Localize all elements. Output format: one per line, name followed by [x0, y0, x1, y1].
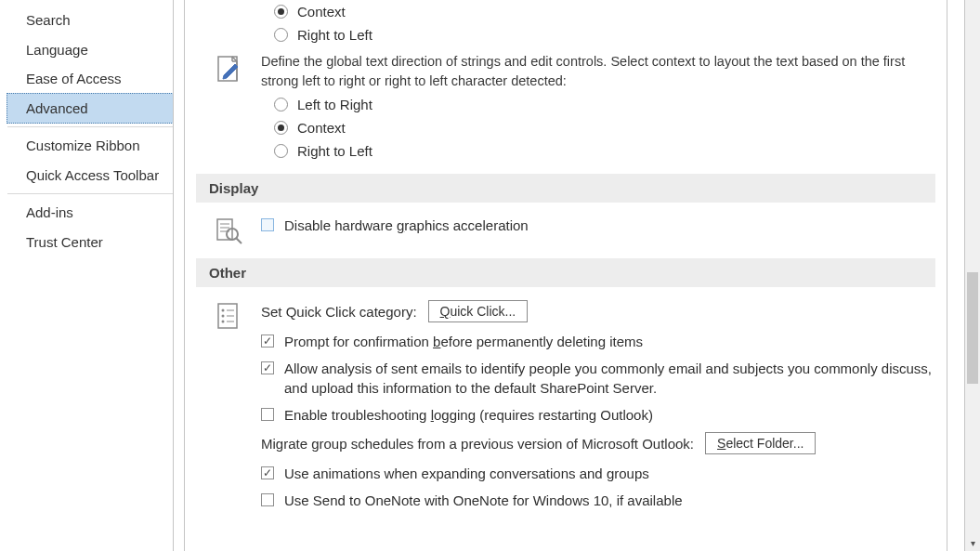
checkbox-icon [261, 493, 274, 506]
scrollbar-track[interactable] [965, 0, 980, 534]
section-header-other: Other [196, 258, 935, 287]
svg-point-10 [222, 309, 225, 312]
sidebar-item-language[interactable]: Language [7, 35, 173, 65]
radio-icon [274, 5, 288, 19]
checkbox-use-animations[interactable]: Use animations when expanding conversati… [261, 460, 935, 487]
checkbox-use-send-to-onenote[interactable]: Use Send to OneNote with OneNote for Win… [261, 487, 935, 514]
scrollbar-thumb[interactable] [967, 272, 978, 384]
radio-icon [274, 28, 288, 42]
radio-label: Right to Left [297, 27, 372, 43]
radio-option-context-1[interactable]: Context [196, 0, 935, 23]
svg-point-12 [222, 315, 225, 318]
bidi-description: Define the global text direction of stri… [261, 52, 930, 91]
sidebar-item-ease-of-access[interactable]: Ease of Access [7, 64, 173, 94]
scrollbar-down-arrow-icon[interactable]: ▾ [965, 534, 980, 551]
sidebar-border [173, 0, 174, 551]
checkbox-prompt-confirmation[interactable]: Prompt for confirmation before permanent… [261, 328, 935, 355]
radio-label: Right to Left [297, 143, 372, 159]
radio-icon [274, 121, 288, 135]
checkbox-icon [261, 218, 274, 231]
select-folder-button[interactable]: Select Folder... [705, 432, 816, 454]
list-document-icon [211, 296, 248, 514]
sidebar-item-add-ins[interactable]: Add-ins [7, 198, 173, 228]
document-edit-icon [211, 52, 248, 85]
vertical-scrollbar[interactable]: ▾ [964, 0, 980, 551]
checkbox-icon [261, 408, 274, 421]
sidebar-item-advanced[interactable]: Advanced [7, 93, 174, 125]
section-header-display: Display [196, 174, 935, 203]
checkbox-label: Use Send to OneNote with OneNote for Win… [284, 491, 683, 510]
radio-label: Context [297, 4, 346, 20]
sidebar-separator [7, 193, 173, 194]
svg-line-8 [236, 238, 242, 243]
checkbox-label: Allow analysis of sent emails to identif… [284, 359, 935, 398]
display-magnifier-icon [211, 212, 248, 247]
quick-click-button[interactable]: Quick Click... [428, 300, 529, 322]
checkbox-label: Disable hardware graphics acceleration [284, 216, 529, 235]
migrate-schedules-label: Migrate group schedules from a previous … [261, 436, 694, 452]
radio-option-rtl-2[interactable]: Right to Left [196, 139, 935, 163]
sidebar-item-trust-center[interactable]: Trust Center [7, 228, 173, 257]
radio-label: Left to Right [297, 97, 372, 112]
checkbox-label: Enable troubleshooting logging (requires… [284, 405, 653, 425]
sidebar-separator [7, 126, 173, 127]
checkbox-label: Use animations when expanding conversati… [284, 464, 649, 483]
checkbox-label: Prompt for confirmation before permanent… [284, 332, 643, 351]
radio-option-rtl-1[interactable]: Right to Left [196, 23, 935, 46]
checkbox-allow-analysis[interactable]: Allow analysis of sent emails to identif… [261, 355, 935, 401]
svg-point-14 [222, 321, 225, 323]
checkbox-enable-logging[interactable]: Enable troubleshooting logging (requires… [261, 401, 935, 428]
checkbox-disable-hardware-graphics[interactable]: Disable hardware graphics acceleration [261, 212, 935, 239]
quick-click-label: Set Quick Click category: [261, 304, 417, 320]
checkbox-icon [261, 361, 274, 374]
sidebar-item-search[interactable]: Search [7, 6, 173, 35]
radio-icon [274, 144, 288, 158]
radio-icon [274, 98, 288, 112]
options-content: Context Right to Left Define the global … [184, 0, 947, 551]
radio-label: Context [297, 120, 346, 136]
radio-option-context-2[interactable]: Context [196, 116, 935, 139]
sidebar-item-customize-ribbon[interactable]: Customize Ribbon [7, 131, 173, 161]
sidebar-item-quick-access-toolbar[interactable]: Quick Access Toolbar [7, 161, 173, 190]
radio-option-ltr[interactable]: Left to Right [196, 93, 935, 116]
options-sidebar: Search Language Ease of Access Advanced … [7, 0, 173, 256]
checkbox-icon [261, 335, 274, 348]
checkbox-icon [261, 466, 274, 479]
